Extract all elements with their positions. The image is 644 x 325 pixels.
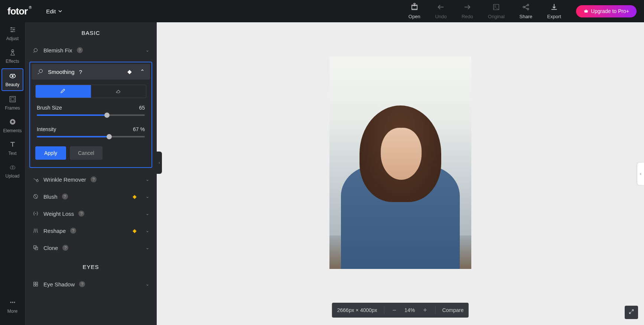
nav-beauty[interactable]: Beauty: [1, 68, 23, 91]
share-icon: [522, 3, 530, 12]
svg-rect-24: [36, 282, 38, 284]
edit-label: Edit: [46, 8, 56, 14]
undo-icon: [437, 3, 445, 12]
help-icon[interactable]: ?: [70, 228, 76, 234]
wrinkle-icon: [32, 176, 39, 183]
erase-mode-button[interactable]: [91, 85, 146, 98]
adjust-icon: [9, 26, 16, 35]
intensity-slider-block: Intensity 67 %: [32, 120, 150, 137]
wrinkle-label: Wrinkle Remover: [43, 176, 86, 183]
svg-point-4: [527, 4, 529, 6]
share-button[interactable]: Share: [520, 3, 533, 19]
export-icon: [550, 3, 558, 12]
undo-label: Undo: [435, 14, 447, 19]
help-icon[interactable]: ?: [79, 281, 85, 287]
original-button[interactable]: Original: [488, 3, 505, 19]
smoothing-label: Smoothing: [48, 69, 75, 75]
svg-point-7: [13, 29, 14, 30]
edit-menu[interactable]: Edit: [46, 8, 62, 14]
eye-shadow-icon: [32, 281, 39, 287]
left-sidebar: Adjust Effects Beauty Frames Elements Te…: [0, 22, 25, 325]
nav-more[interactable]: More: [0, 295, 25, 318]
chevron-down-icon: ⌄: [146, 211, 149, 216]
export-button[interactable]: Export: [547, 3, 561, 19]
clone-label: Clone: [43, 245, 58, 251]
nav-frames-label: Frames: [5, 105, 20, 111]
brush-size-value: 65: [139, 105, 145, 111]
slider-thumb[interactable]: [107, 134, 112, 139]
redo-button[interactable]: Redo: [462, 3, 473, 19]
weight-loss-icon: [32, 210, 39, 217]
tool-reshape[interactable]: Reshape ? ◆ ⌄: [25, 222, 157, 239]
help-icon[interactable]: ?: [78, 211, 84, 217]
logo: fotor®: [7, 6, 27, 17]
logo-reg-mark: ®: [29, 6, 31, 10]
blemish-icon: [32, 47, 39, 53]
tool-clone[interactable]: Clone ? ⌄: [25, 239, 157, 256]
intensity-slider[interactable]: [37, 136, 145, 137]
weight-label: Weight Loss: [43, 211, 74, 217]
fullscreen-button[interactable]: [625, 306, 638, 319]
blush-icon: [32, 193, 39, 200]
upload-icon: [9, 163, 16, 172]
tool-smoothing[interactable]: Smoothing ? ◆ ⌃: [32, 64, 150, 79]
open-button[interactable]: Open: [409, 3, 420, 19]
svg-rect-26: [36, 285, 38, 286]
svg-rect-25: [34, 285, 36, 286]
chevron-up-icon: ⌃: [140, 68, 145, 75]
nav-text[interactable]: Text: [0, 137, 25, 160]
eraser-icon: [115, 87, 122, 95]
brush-size-slider[interactable]: [37, 114, 145, 116]
smoothing-panel: Smoothing ? ◆ ⌃ Brush Size 65: [29, 62, 152, 168]
brush-mode-button[interactable]: [36, 85, 91, 98]
status-bar: 2666px × 4000px − 14% + Compare: [332, 303, 469, 318]
tool-weight-loss[interactable]: Weight Loss ? ⌄: [25, 205, 157, 222]
svg-point-19: [36, 180, 38, 182]
apply-button[interactable]: Apply: [35, 146, 66, 160]
expand-right-handle[interactable]: ‹: [637, 163, 644, 185]
brush-icon: [60, 87, 66, 95]
help-icon[interactable]: ?: [62, 194, 68, 199]
premium-diamond-icon: ◆: [133, 194, 137, 199]
beauty-panel: BASIC Blemish Fix ? ⌄ Smoothing ? ◆ ⌃ Br…: [25, 22, 157, 325]
nav-adjust[interactable]: Adjust: [0, 22, 25, 45]
tool-blush[interactable]: Blush ? ◆ ⌄: [25, 188, 157, 205]
nav-upload[interactable]: Upload: [0, 160, 25, 182]
slider-thumb[interactable]: [104, 113, 110, 118]
svg-point-17: [34, 49, 38, 52]
chevron-down-icon: ⌄: [146, 282, 149, 287]
cancel-button[interactable]: Cancel: [70, 146, 103, 160]
photo-canvas[interactable]: [329, 56, 471, 269]
svg-point-16: [14, 302, 15, 303]
section-eyes-title: EYES: [25, 256, 157, 276]
eye-shadow-label: Eye Shadow: [43, 281, 75, 287]
tool-blemish-fix[interactable]: Blemish Fix ? ⌄: [25, 42, 157, 59]
nav-beauty-label: Beauty: [6, 82, 19, 87]
premium-diamond-icon: ◆: [127, 68, 132, 75]
svg-point-3: [523, 6, 525, 8]
nav-adjust-label: Adjust: [6, 36, 19, 41]
undo-button[interactable]: Undo: [435, 3, 447, 19]
help-icon[interactable]: ?: [77, 47, 83, 53]
collapse-panel-handle[interactable]: ‹: [157, 152, 162, 174]
compare-button[interactable]: Compare: [442, 307, 464, 313]
nav-effects[interactable]: Effects: [0, 45, 25, 68]
intensity-label: Intensity: [37, 126, 56, 132]
tool-wrinkle-remover[interactable]: Wrinkle Remover ? ⌄: [25, 171, 157, 188]
canvas-area[interactable]: 2666px × 4000px − 14% + Compare ‹: [157, 22, 644, 325]
help-icon[interactable]: ?: [79, 69, 82, 75]
frames-icon: [9, 95, 16, 104]
upgrade-button[interactable]: Upgrade to Pro+: [576, 5, 637, 17]
original-label: Original: [488, 14, 505, 19]
svg-point-5: [527, 8, 529, 10]
nav-elements[interactable]: Elements: [0, 114, 25, 137]
nav-frames[interactable]: Frames: [0, 92, 25, 114]
zoom-out-button[interactable]: −: [391, 306, 398, 314]
elements-icon: [9, 118, 16, 127]
help-icon[interactable]: ?: [91, 176, 97, 182]
tool-eye-shadow[interactable]: Eye Shadow ? ⌄: [25, 276, 157, 293]
zoom-in-button[interactable]: +: [422, 306, 429, 314]
redo-icon: [463, 3, 471, 12]
help-icon[interactable]: ?: [62, 245, 68, 251]
svg-point-15: [12, 302, 13, 303]
